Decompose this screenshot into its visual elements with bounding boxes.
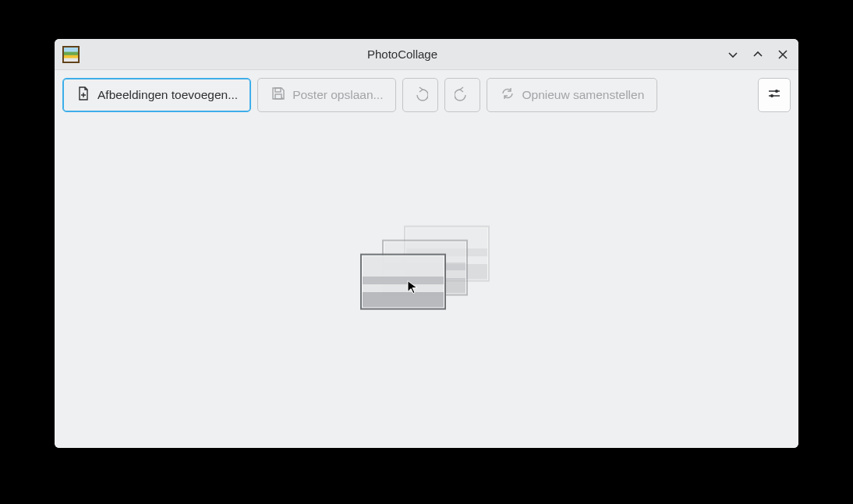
window-title: PhotoCollage (80, 48, 725, 61)
recompose-label: Opnieuw samenstellen (522, 88, 644, 102)
close-button[interactable] (775, 47, 791, 62)
settings-button[interactable] (758, 78, 791, 112)
maximize-button[interactable] (750, 47, 766, 62)
minimize-button[interactable] (725, 47, 741, 62)
save-poster-label: Poster opslaan... (292, 88, 383, 102)
app-icon (62, 46, 80, 63)
undo-button[interactable] (402, 78, 438, 112)
add-images-label: Afbeeldingen toevoegen... (97, 88, 238, 102)
app-window: PhotoCollage Afbeeldingen toevoegen... P (55, 39, 798, 448)
save-poster-button[interactable]: Poster opslaan... (257, 78, 396, 112)
undo-icon (412, 86, 428, 104)
svg-point-9 (770, 94, 773, 97)
refresh-icon (500, 86, 515, 104)
toolbar: Afbeeldingen toevoegen... Poster opslaan… (55, 70, 798, 118)
sliders-icon (766, 86, 782, 104)
placeholder-image-icon (360, 253, 446, 309)
empty-state-placeholder (360, 225, 493, 319)
svg-point-7 (775, 90, 778, 93)
titlebar[interactable]: PhotoCollage (55, 39, 798, 70)
document-add-icon (76, 86, 91, 104)
floppy-save-icon (271, 86, 286, 104)
add-images-button[interactable]: Afbeeldingen toevoegen... (62, 78, 251, 112)
window-controls (725, 47, 791, 62)
svg-rect-4 (275, 88, 281, 92)
canvas-area[interactable] (55, 118, 798, 448)
svg-rect-5 (275, 94, 281, 99)
redo-icon (455, 86, 470, 104)
redo-button[interactable] (444, 78, 480, 112)
recompose-button[interactable]: Opnieuw samenstellen (487, 78, 657, 112)
